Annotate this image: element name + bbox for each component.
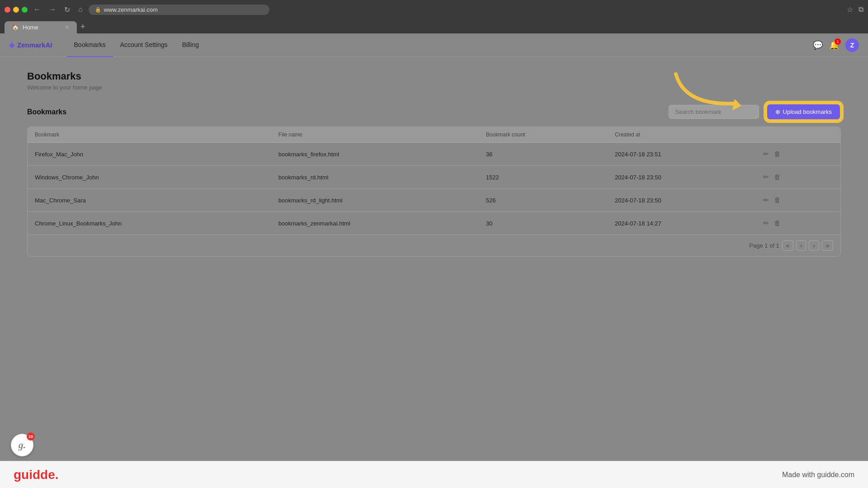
- delete-button[interactable]: 🗑: [772, 148, 783, 160]
- section-header: Bookmarks ⊕ Upload bookmarks: [27, 103, 841, 120]
- table-body: Firefox_Mac_John bookmarks_firefox.html …: [28, 143, 840, 235]
- file-name: bookmarks_zenmarkai.html: [271, 212, 479, 235]
- url-text: www.zenmarkai.com: [104, 6, 158, 13]
- created-at: 2024-07-18 23:50: [608, 166, 754, 189]
- bookmark-count: 30: [479, 212, 608, 235]
- app-container: ◆ ZenmarkAI Bookmarks Account Settings B…: [0, 33, 868, 488]
- guidde-icon: g.: [19, 439, 26, 451]
- nav-right: 💬 🔔 1 Z: [813, 38, 859, 52]
- search-input[interactable]: [669, 105, 759, 119]
- edit-button[interactable]: ✏: [761, 217, 771, 229]
- bookmark-count: 36: [479, 143, 608, 166]
- row-actions: ✏ 🗑: [754, 166, 840, 189]
- tab-bar: 🏠 Home ✕ +: [0, 19, 868, 33]
- lock-icon: 🔒: [95, 7, 101, 13]
- created-at: 2024-07-18 23:51: [608, 143, 754, 166]
- created-at: 2024-07-18 14:27: [608, 212, 754, 235]
- brand-logo[interactable]: ◆ ZenmarkAI: [9, 41, 52, 49]
- created-at: 2024-07-18 23:50: [608, 189, 754, 212]
- nav-items: Bookmarks Account Settings Billing: [67, 33, 206, 57]
- active-tab[interactable]: 🏠 Home ✕: [5, 21, 77, 33]
- file-name: bookmarks_firefox.html: [271, 143, 479, 166]
- footer-text: Made with guidde.com: [782, 471, 854, 479]
- notifications-button[interactable]: 🔔 1: [829, 40, 839, 50]
- brand-name: ZenmarkAI: [17, 41, 52, 49]
- address-bar[interactable]: 🔒 www.zenmarkai.com: [89, 5, 269, 15]
- edit-button[interactable]: ✏: [761, 171, 771, 183]
- bookmark-name: Mac_Chrome_Sara: [28, 189, 271, 212]
- prev-page-button[interactable]: ‹: [796, 240, 806, 251]
- nav-item-billing[interactable]: Billing: [175, 33, 206, 57]
- pagination: Page 1 of 1 « ‹ › »: [28, 235, 840, 256]
- row-actions: ✏ 🗑: [754, 189, 840, 212]
- forward-button[interactable]: →: [47, 5, 58, 14]
- guidde-badge: 10: [27, 432, 35, 441]
- table-row: Windows_Chrome_John bookmarks_rd.html 15…: [28, 166, 840, 189]
- bookmark-count: 1522: [479, 166, 608, 189]
- col-bookmark: Bookmark: [28, 127, 271, 143]
- bookmarks-table: Bookmark File name Bookmark count Create…: [28, 127, 840, 235]
- page-subtitle: Welcome to your home page: [27, 84, 841, 91]
- browser-toolbar-right: ☆ ⧉: [847, 5, 863, 14]
- edit-button[interactable]: ✏: [761, 148, 771, 160]
- table-row: Mac_Chrome_Sara bookmarks_rd_light.html …: [28, 189, 840, 212]
- top-nav: ◆ ZenmarkAI Bookmarks Account Settings B…: [0, 33, 868, 57]
- new-tab-button[interactable]: +: [77, 20, 89, 33]
- bookmark-name: Chrome_Linux_Bookmarks_John: [28, 212, 271, 235]
- table-header: Bookmark File name Bookmark count Create…: [28, 127, 840, 143]
- upload-icon: ⊕: [775, 108, 780, 115]
- refresh-button[interactable]: ↻: [62, 5, 72, 15]
- minimize-traffic-light[interactable]: [13, 7, 19, 13]
- col-file-name: File name: [271, 127, 479, 143]
- upload-area: ⊕ Upload bookmarks: [766, 103, 841, 120]
- file-name: bookmarks_rd_light.html: [271, 189, 479, 212]
- extensions-icon[interactable]: ⧉: [859, 5, 863, 14]
- last-page-button[interactable]: »: [822, 240, 833, 251]
- page-info: Page 1 of 1: [749, 242, 779, 249]
- bookmarks-table-wrapper: Bookmark File name Bookmark count Create…: [27, 127, 841, 257]
- bookmark-name: Firefox_Mac_John: [28, 143, 271, 166]
- delete-button[interactable]: 🗑: [772, 171, 783, 183]
- back-button[interactable]: ←: [31, 5, 43, 14]
- notification-badge: 1: [835, 38, 841, 45]
- guidde-watermark: g. 10: [11, 434, 33, 456]
- first-page-button[interactable]: «: [782, 240, 793, 251]
- footer-logo: guidde.: [14, 468, 59, 482]
- tab-title: Home: [23, 24, 38, 31]
- traffic-lights: [5, 7, 28, 13]
- home-button[interactable]: ⌂: [76, 5, 85, 14]
- file-name: bookmarks_rd.html: [271, 166, 479, 189]
- row-actions: ✏ 🗑: [754, 143, 840, 166]
- delete-button[interactable]: 🗑: [772, 194, 783, 206]
- main-content: Bookmarks Welcome to your home page Book…: [0, 57, 868, 270]
- user-avatar[interactable]: Z: [845, 38, 859, 52]
- star-icon[interactable]: ☆: [847, 5, 853, 14]
- chat-button[interactable]: 💬: [813, 40, 823, 50]
- table-row: Chrome_Linux_Bookmarks_John bookmarks_ze…: [28, 212, 840, 235]
- col-actions: [754, 127, 840, 143]
- col-count: Bookmark count: [479, 127, 608, 143]
- next-page-button[interactable]: ›: [809, 240, 819, 251]
- tab-favicon: 🏠: [12, 24, 19, 31]
- nav-item-bookmarks[interactable]: Bookmarks: [67, 33, 113, 57]
- browser-chrome: ← → ↻ ⌂ 🔒 www.zenmarkai.com ☆ ⧉: [0, 0, 868, 19]
- edit-button[interactable]: ✏: [761, 194, 771, 206]
- bookmark-name: Windows_Chrome_John: [28, 166, 271, 189]
- section-title: Bookmarks: [27, 108, 661, 116]
- tab-close-icon[interactable]: ✕: [65, 24, 70, 31]
- footer: guidde. Made with guidde.com: [0, 461, 868, 488]
- col-created-at: Created at: [608, 127, 754, 143]
- table-row: Firefox_Mac_John bookmarks_firefox.html …: [28, 143, 840, 166]
- maximize-traffic-light[interactable]: [22, 7, 28, 13]
- close-traffic-light[interactable]: [5, 7, 10, 13]
- bookmark-count: 526: [479, 189, 608, 212]
- upload-bookmarks-button[interactable]: ⊕ Upload bookmarks: [766, 103, 841, 120]
- brand-icon: ◆: [9, 41, 14, 49]
- page-title: Bookmarks: [27, 70, 841, 82]
- row-actions: ✏ 🗑: [754, 212, 840, 235]
- nav-item-account-settings[interactable]: Account Settings: [113, 33, 175, 57]
- delete-button[interactable]: 🗑: [772, 217, 783, 229]
